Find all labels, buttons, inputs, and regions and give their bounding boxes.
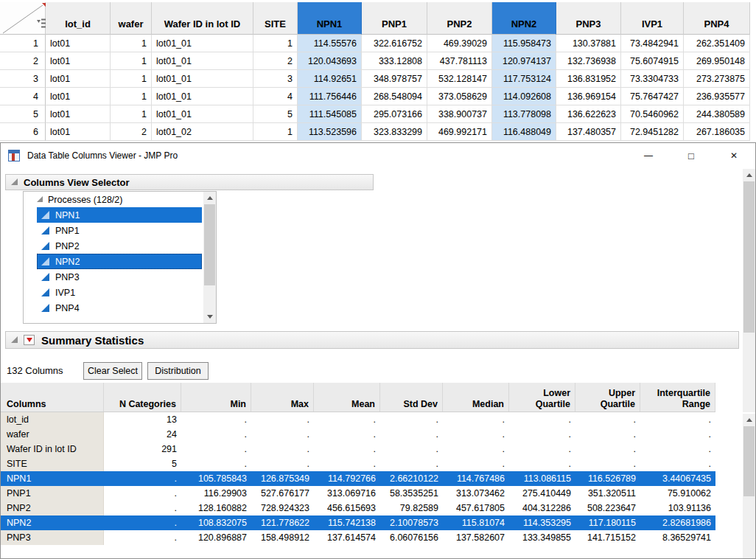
cell[interactable]: 137.480357 — [556, 123, 621, 141]
tree-item-PNP3[interactable]: PNP3 — [37, 269, 202, 285]
cell[interactable]: 111.756446 — [298, 88, 362, 105]
tree-scrollbar[interactable] — [203, 192, 216, 323]
scroll-up-icon[interactable] — [203, 192, 216, 204]
summary-row-wafer[interactable]: wafer24........ — [1, 427, 715, 442]
tree-item-IVP1[interactable]: IVP1 — [37, 285, 202, 300]
cell[interactable]: 244.380589 — [684, 105, 750, 123]
cell[interactable]: 1 — [253, 35, 298, 52]
summary-row-Wafer-ID-in-lot-ID[interactable]: Wafer ID in lot ID291........ — [1, 442, 715, 456]
cell[interactable]: 295.073166 — [362, 105, 427, 123]
maximize-button[interactable]: □ — [670, 143, 713, 168]
cell[interactable]: 333.12808 — [362, 52, 427, 70]
cell[interactable]: 338.900737 — [427, 105, 492, 123]
cell[interactable]: 113.778098 — [492, 105, 556, 123]
cell[interactable]: 1 — [111, 35, 152, 52]
cell[interactable]: lot01_01 — [152, 35, 253, 52]
cell[interactable]: 1 — [111, 70, 152, 88]
column-header-PNP3[interactable]: PNP3 — [556, 2, 621, 35]
disclosure-icon[interactable] — [11, 336, 18, 343]
cell[interactable]: 2 — [253, 52, 298, 70]
cell[interactable]: lot01 — [46, 123, 111, 141]
column-header-NPN2[interactable]: NPN2 — [492, 2, 556, 35]
cell[interactable]: lot01 — [46, 70, 111, 88]
cell[interactable]: 114.092608 — [492, 88, 556, 105]
scrollbar-thumb[interactable] — [743, 181, 755, 333]
tree-item-PNP4[interactable]: PNP4 — [37, 300, 202, 316]
summary-header-interquartile-range[interactable]: Interquartile Range — [640, 383, 715, 412]
cell[interactable]: 532.128147 — [427, 70, 492, 88]
cell[interactable]: 267.186035 — [684, 123, 750, 141]
cell[interactable]: 268.548094 — [362, 88, 427, 105]
corner-header-cell[interactable] — [0, 2, 46, 35]
cell[interactable]: 75.7647427 — [621, 88, 684, 105]
cell[interactable]: lot01 — [46, 88, 111, 105]
cell[interactable]: lot01_01 — [152, 52, 253, 70]
column-header-PNP4[interactable]: PNP4 — [684, 2, 750, 35]
cell[interactable]: 2 — [111, 123, 152, 141]
tree-root-processes[interactable]: Processes (128/2) — [24, 192, 216, 207]
cell[interactable]: 5 — [253, 105, 298, 123]
distribution-button[interactable]: Distribution — [147, 362, 209, 380]
summary-row-NPN1[interactable]: NPN1.105.785843126.875349114.7927662.662… — [1, 471, 715, 486]
scrollbar-thumb[interactable] — [204, 204, 215, 285]
summary-header-columns[interactable]: Columns — [1, 383, 104, 412]
cell[interactable]: 136.831952 — [556, 70, 621, 88]
summary-row-PNP3[interactable]: PNP3.120.896887158.498912137.6145746.060… — [1, 530, 715, 545]
row-number[interactable]: 1 — [0, 35, 46, 52]
cell[interactable]: 111.545085 — [298, 105, 362, 123]
cell[interactable]: 3 — [253, 70, 298, 88]
cell[interactable]: 469.992171 — [427, 123, 492, 141]
disclosure-icon[interactable] — [37, 196, 43, 202]
cell[interactable]: 1 — [111, 52, 152, 70]
cell[interactable]: 136.969154 — [556, 88, 621, 105]
cell[interactable]: lot01 — [46, 105, 111, 123]
cell[interactable]: 262.351409 — [684, 35, 750, 52]
summary-header-min[interactable]: Min — [181, 383, 251, 412]
summary-header-mean[interactable]: Mean — [314, 383, 380, 412]
cell[interactable]: 115.958473 — [492, 35, 556, 52]
row-number[interactable]: 3 — [0, 70, 46, 88]
cell[interactable]: 120.043693 — [298, 52, 362, 70]
summary-header-median[interactable]: Median — [443, 383, 509, 412]
summary-row-PNP1[interactable]: PNP1.116.29903527.676177313.06971658.353… — [1, 486, 715, 501]
cell[interactable]: lot01_01 — [152, 70, 253, 88]
scroll-up-icon[interactable] — [743, 169, 755, 181]
cell[interactable]: 70.5460962 — [621, 105, 684, 123]
column-header-PNP1[interactable]: PNP1 — [362, 2, 427, 35]
cell[interactable]: lot01 — [46, 52, 111, 70]
column-header-Wafer ID in lot ID[interactable]: Wafer ID in lot ID — [152, 2, 253, 35]
summary-row-NPN2[interactable]: NPN2.108.832075121.778622115.7421382.100… — [1, 515, 715, 530]
cell[interactable]: 75.6074915 — [621, 52, 684, 70]
tree-item-NPN2[interactable]: NPN2 — [37, 254, 202, 269]
column-header-PNP2[interactable]: PNP2 — [427, 2, 492, 35]
clear-select-button[interactable]: Clear Select — [83, 362, 142, 380]
cell[interactable]: 73.4842941 — [621, 35, 684, 52]
cell[interactable]: 116.488049 — [492, 123, 556, 141]
tree-item-PNP2[interactable]: PNP2 — [37, 238, 202, 254]
cell[interactable]: lot01_02 — [152, 123, 253, 141]
tree-item-NPN1[interactable]: NPN1 — [37, 207, 202, 223]
summary-table-scrollbar[interactable] — [743, 414, 755, 558]
cell[interactable]: 469.39029 — [427, 35, 492, 52]
cell[interactable]: 322.616752 — [362, 35, 427, 52]
cell[interactable]: 136.622623 — [556, 105, 621, 123]
summary-row-SITE[interactable]: SITE5........ — [1, 456, 715, 471]
tree-item-PNP1[interactable]: PNP1 — [37, 223, 202, 238]
cell[interactable]: 4 — [253, 88, 298, 105]
red-triangle-menu-icon[interactable] — [24, 335, 35, 345]
column-header-wafer[interactable]: wafer — [111, 2, 152, 35]
cell[interactable]: 437.781113 — [427, 52, 492, 70]
cell[interactable]: 1 — [253, 123, 298, 141]
cell[interactable]: lot01 — [46, 35, 111, 52]
column-header-IVP1[interactable]: IVP1 — [621, 2, 684, 35]
cell[interactable]: 73.3304733 — [621, 70, 684, 88]
cell[interactable]: 236.935577 — [684, 88, 750, 105]
cell[interactable]: 114.55576 — [298, 35, 362, 52]
cell[interactable]: 373.058629 — [427, 88, 492, 105]
summary-header-upper-quartile[interactable]: Upper Quartile — [575, 383, 640, 412]
row-number[interactable]: 4 — [0, 88, 46, 105]
column-header-NPN1[interactable]: NPN1 — [298, 2, 362, 35]
cell[interactable]: lot01_01 — [152, 105, 253, 123]
cell[interactable]: 1 — [111, 88, 152, 105]
summary-header-lower-quartile[interactable]: Lower Quartile — [509, 383, 575, 412]
